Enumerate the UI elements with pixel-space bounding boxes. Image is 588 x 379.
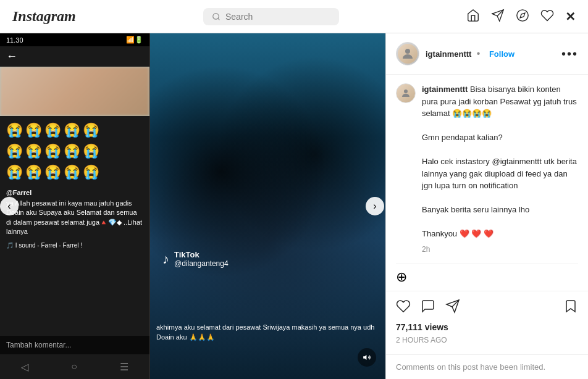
post-modal: ‹ 11.30 📶🔋 ← 😭 😭 😭 😭 😭 <box>0 33 588 379</box>
emoji-7: 😭 <box>25 143 42 159</box>
phone-content-area <box>0 67 149 116</box>
comments-limited-notice: Comments on this post have been limited. <box>386 354 588 379</box>
share-button[interactable] <box>445 299 460 317</box>
emoji-1: 😭 <box>6 122 23 138</box>
close-button[interactable]: ✕ <box>565 9 576 24</box>
phone-screen: 11.30 📶🔋 ← 😭 😭 😭 😭 😭 😭 😭 😭 <box>0 33 150 379</box>
tiktok-icon: ♪ <box>162 251 169 267</box>
prev-post-button[interactable]: ‹ <box>0 197 19 215</box>
emoji-15: 😭 <box>83 164 99 180</box>
phone-indicators: 📶🔋 <box>126 36 143 44</box>
tiktok-video-area: ♪ TikTok @dilanganteng4 akhirnya aku sel… <box>150 33 385 379</box>
search-bar[interactable] <box>203 8 339 25</box>
post-body: igtainmenttt Bisa bisanya bikin konten p… <box>386 75 588 291</box>
add-comment-bar[interactable]: Tambah komentar... <box>0 336 149 354</box>
emoji-13: 😭 <box>44 164 61 180</box>
bookmark-button[interactable] <box>563 299 578 317</box>
compass-icon[interactable] <box>516 9 529 25</box>
avatar-image <box>398 44 418 64</box>
add-comment-placeholder: Tambah komentar... <box>6 341 71 349</box>
caption-avatar <box>396 83 416 103</box>
emoji-3: 😭 <box>44 122 61 138</box>
emoji-add-section: ⊕ <box>396 264 578 290</box>
tiktok-caption: akhirnya aku selamat dari pesawat Sriwij… <box>156 323 379 342</box>
svg-point-4 <box>517 9 528 20</box>
emoji-row-1: 😭 😭 😭 😭 😭 <box>6 122 99 138</box>
emoji-10: 😭 <box>83 143 99 159</box>
avatar <box>396 42 419 65</box>
search-icon <box>212 12 220 22</box>
phone-nav-bar: ◁ ○ ☰ <box>0 354 149 379</box>
caption-block: igtainmenttt Bisa bisanya bikin konten p… <box>396 83 578 254</box>
tiktok-username: @dilanganteng4 <box>174 259 229 268</box>
like-button[interactable] <box>396 299 411 317</box>
instagram-logo: Instagram <box>12 8 76 25</box>
next-post-button[interactable]: › <box>366 197 384 215</box>
emoji-8: 😭 <box>44 143 61 159</box>
header-icons: ✕ <box>466 9 576 25</box>
caption-username[interactable]: igtainmenttt <box>422 85 468 94</box>
actions-row <box>396 296 578 320</box>
caption-time: 2h <box>422 245 578 254</box>
emoji-row-2: 😭 😭 😭 😭 😭 <box>6 143 99 159</box>
tiktok-logo-block: ♪ TikTok @dilanganteng4 <box>162 250 229 268</box>
emoji-5: 😭 <box>83 122 99 138</box>
username-block: igtainmenttt • Follow <box>426 48 561 59</box>
comment-text: ya Allah pesawat ini kaya mau jatuh gadi… <box>0 196 149 242</box>
svg-line-1 <box>218 18 220 20</box>
emoji-section: 😭 😭 😭 😭 😭 😭 😭 😭 😭 😭 😭 😭 😭 <box>0 116 149 189</box>
post-info-panel: igtainmenttt • Follow ••• igtainmenttt B… <box>385 33 588 379</box>
send-icon[interactable] <box>491 9 505 25</box>
add-emoji-button[interactable]: ⊕ <box>396 269 578 285</box>
phone-time: 11.30 <box>6 36 23 44</box>
comment-username: @Farrel <box>0 189 149 196</box>
svg-point-0 <box>213 13 219 19</box>
post-header: igtainmenttt • Follow ••• <box>386 33 588 75</box>
emoji-row-3: 😭 😭 😭 😭 😭 <box>6 164 99 180</box>
svg-point-6 <box>405 49 410 54</box>
volume-button[interactable] <box>358 348 376 367</box>
comment-button[interactable] <box>421 299 435 317</box>
emoji-14: 😭 <box>64 164 80 180</box>
tiktok-brand: TikTok <box>174 250 229 259</box>
svg-marker-5 <box>520 13 525 18</box>
posted-time: 2 HOURS AGO <box>396 335 578 349</box>
phone-back-nav[interactable]: ◁ <box>21 361 28 373</box>
phone-status-bar: 11.30 📶🔋 <box>0 33 149 46</box>
caption-body: Bisa bisanya bikin konten pura pura jadi… <box>422 85 577 238</box>
phone-menu-nav[interactable]: ☰ <box>120 361 128 373</box>
emoji-6: 😭 <box>6 143 23 159</box>
phone-back-button[interactable]: ← <box>0 46 149 67</box>
svg-point-7 <box>404 90 408 93</box>
blurred-video-bg <box>0 67 149 116</box>
emoji-9: 😭 <box>64 143 80 159</box>
views-count: 77,111 views <box>396 320 578 335</box>
post-username[interactable]: igtainmenttt <box>426 49 471 59</box>
post-actions: 77,111 views 2 HOURS AGO <box>386 291 588 354</box>
phone-home-nav[interactable]: ○ <box>71 361 77 372</box>
caption-text: igtainmenttt Bisa bisanya bikin konten p… <box>422 83 578 240</box>
emoji-11: 😭 <box>6 164 23 180</box>
more-options-button[interactable]: ••• <box>561 47 578 61</box>
emoji-2: 😭 <box>25 122 42 138</box>
home-icon[interactable] <box>466 9 480 25</box>
caption-content: igtainmenttt Bisa bisanya bikin konten p… <box>422 83 578 254</box>
media-section: 11.30 📶🔋 ← 😭 😭 😭 😭 😭 😭 😭 😭 <box>0 33 385 379</box>
header: Instagram ✕ <box>0 0 588 33</box>
search-input[interactable] <box>225 12 330 22</box>
music-note: 🎵 I sound - Farrel - Farrel ! <box>0 242 149 251</box>
comments-limited-text: Comments on this post have been limited. <box>396 362 545 372</box>
follow-button[interactable]: Follow <box>489 49 514 59</box>
emoji-12: 😭 <box>25 164 42 180</box>
heart-icon[interactable] <box>540 9 554 25</box>
emoji-4: 😭 <box>64 122 80 138</box>
